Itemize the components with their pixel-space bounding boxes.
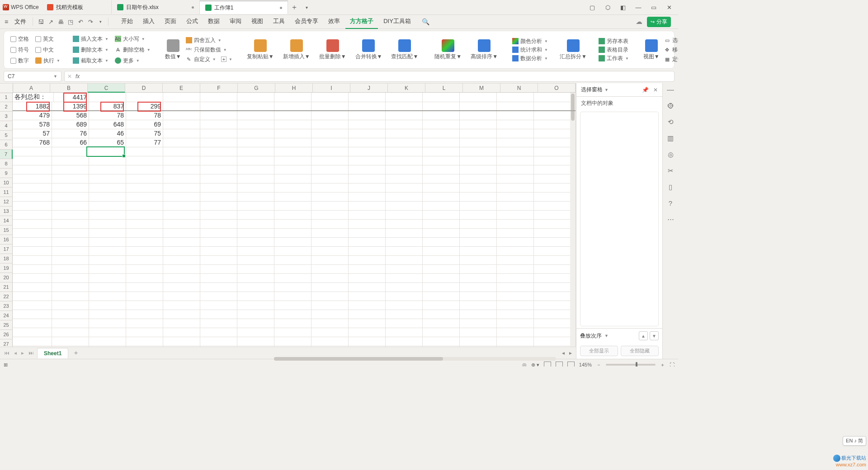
btn-insert[interactable]: 新增插入▼: [280, 34, 313, 66]
fx-icon[interactable]: fx: [75, 73, 80, 80]
qat-dropdown-icon[interactable]: ▾: [96, 18, 104, 26]
page-view-icon[interactable]: [556, 362, 563, 367]
cell-D2[interactable]: 299: [124, 102, 163, 111]
rail-tools-icon[interactable]: ✂: [668, 167, 674, 175]
btn-random[interactable]: 随机重复▼: [432, 34, 464, 66]
zoom-in-button[interactable]: ＋: [660, 362, 665, 367]
row-header[interactable]: 2: [0, 102, 13, 112]
row-header[interactable]: 21: [0, 282, 13, 292]
ribbon-tab[interactable]: 视图: [247, 14, 268, 29]
btn-batch-delete[interactable]: 批量删除▼: [316, 34, 349, 66]
tab-templates[interactable]: 找稻壳模板: [42, 0, 112, 14]
reader-view-icon[interactable]: [567, 362, 575, 367]
share-button[interactable]: ↪分享: [647, 17, 671, 27]
cube-icon[interactable]: ⬡: [604, 4, 611, 11]
cell-B3[interactable]: 568: [50, 111, 89, 120]
chk-space[interactable]: 空格: [9, 34, 30, 44]
rail-help-icon[interactable]: ?: [669, 199, 672, 207]
ribbon-tab[interactable]: 页面: [160, 14, 181, 29]
pin-icon[interactable]: 📌: [642, 87, 649, 93]
name-box[interactable]: C7▼: [4, 71, 61, 82]
cell-B2[interactable]: 1399: [50, 102, 89, 111]
cell-B5[interactable]: 76: [50, 129, 89, 138]
column-header[interactable]: A: [13, 84, 50, 93]
column-header[interactable]: N: [500, 84, 538, 93]
tab-menu-button[interactable]: ▾: [301, 5, 313, 10]
column-header[interactable]: F: [200, 84, 238, 93]
chevron-down-icon[interactable]: ▼: [53, 74, 57, 79]
sheet-tab[interactable]: Sheet1: [37, 348, 68, 358]
btn-move[interactable]: ✥移动: [663, 46, 678, 54]
row-header[interactable]: 13: [0, 207, 13, 216]
row-header[interactable]: 26: [0, 330, 13, 339]
cell-C4[interactable]: 648: [87, 120, 126, 129]
chk-chinese[interactable]: 中文: [34, 45, 61, 55]
column-header[interactable]: D: [125, 84, 163, 93]
row-header[interactable]: 12: [0, 197, 13, 207]
row-header[interactable]: 11: [0, 188, 13, 197]
row-header[interactable]: 23: [0, 301, 13, 311]
row-header[interactable]: 8: [0, 159, 13, 169]
row-header[interactable]: 5: [0, 131, 13, 140]
row-header[interactable]: 4: [0, 121, 13, 131]
row-header[interactable]: 24: [0, 311, 13, 320]
btn-sheet-dir[interactable]: 表格目录: [598, 46, 630, 54]
btn-round[interactable]: 四舍五入▼: [185, 36, 233, 45]
btn-keep-number[interactable]: ᴬᴮᶜ只保留数值▼: [185, 46, 233, 54]
chk-english[interactable]: 英文: [34, 34, 61, 44]
sheet-first-icon[interactable]: ⏮: [3, 350, 11, 356]
btn-locate[interactable]: ▦定位▼: [663, 55, 678, 64]
select-all-corner[interactable]: [0, 84, 13, 93]
ribbon-tab[interactable]: 开始: [117, 14, 137, 29]
cell-D3[interactable]: 78: [124, 111, 163, 120]
zoom-slider[interactable]: [606, 364, 656, 366]
ribbon-tab[interactable]: DIY工具箱: [379, 14, 415, 29]
rail-minimize-icon[interactable]: —: [667, 86, 674, 94]
hscroll-thumb[interactable]: [274, 357, 443, 361]
cell-D6[interactable]: 77: [124, 138, 163, 147]
btn-more[interactable]: 更多▼: [114, 56, 151, 66]
row-header[interactable]: 6: [0, 140, 13, 150]
cell-B1[interactable]: 4417: [50, 93, 89, 102]
row-header[interactable]: 18: [0, 254, 13, 263]
export-icon[interactable]: ↗: [47, 18, 55, 26]
tab-file-1[interactable]: 日期年份.xlsx: [112, 0, 200, 14]
chevron-down-icon[interactable]: ▼: [604, 88, 609, 92]
btn-execute[interactable]: 执行▼: [34, 56, 61, 66]
search-icon[interactable]: 🔍: [420, 16, 431, 27]
scrollbar-thumb[interactable]: [571, 94, 575, 121]
btn-case[interactable]: Ab大小写▼: [114, 34, 151, 44]
rail-book-icon[interactable]: ▯: [669, 183, 672, 191]
hide-all-button[interactable]: 全部隐藏: [621, 346, 659, 356]
column-header[interactable]: H: [275, 84, 313, 93]
cell-C6[interactable]: 65: [87, 138, 126, 147]
btn-stat-sum[interactable]: 统计求和▼: [511, 46, 549, 54]
row-header[interactable]: 20: [0, 273, 13, 282]
ribbon-tab[interactable]: 插入: [138, 14, 159, 29]
btn-merge-convert[interactable]: 合并转换▼: [353, 34, 385, 66]
column-header[interactable]: K: [388, 84, 425, 93]
btn-data-analysis[interactable]: 数据分析▼: [511, 54, 549, 63]
btn-number-big[interactable]: 数值▼: [162, 38, 184, 62]
save-icon[interactable]: 🖫: [37, 18, 45, 26]
cell-A6[interactable]: 768: [13, 138, 52, 147]
cell-B6[interactable]: 66: [50, 138, 89, 147]
move-down-button[interactable]: ▼: [650, 331, 659, 340]
chevron-down-icon[interactable]: ▼: [604, 334, 609, 338]
btn-extract-text[interactable]: 截取文本▼: [72, 56, 109, 66]
rail-more-icon[interactable]: ⋯: [667, 215, 674, 223]
formula-input[interactable]: ✕ fx: [64, 71, 675, 82]
cell-A5[interactable]: 57: [13, 129, 52, 138]
column-header[interactable]: J: [350, 84, 388, 93]
row-header[interactable]: 19: [0, 263, 13, 273]
vertical-scrollbar[interactable]: [570, 93, 576, 347]
print-icon[interactable]: 🖶: [57, 18, 65, 26]
cell-A2[interactable]: 1882: [13, 102, 52, 111]
btn-custom[interactable]: ✎自定义▼ +▼: [185, 55, 233, 64]
btn-adv-sort[interactable]: 高级排序▼: [468, 34, 500, 66]
btn-summary-split[interactable]: 汇总拆分▼: [557, 33, 590, 66]
ribbon-tab[interactable]: 工具: [269, 14, 289, 29]
column-header[interactable]: I: [313, 84, 350, 93]
cell-A4[interactable]: 578: [13, 120, 52, 129]
file-menu[interactable]: 文件: [12, 18, 29, 26]
